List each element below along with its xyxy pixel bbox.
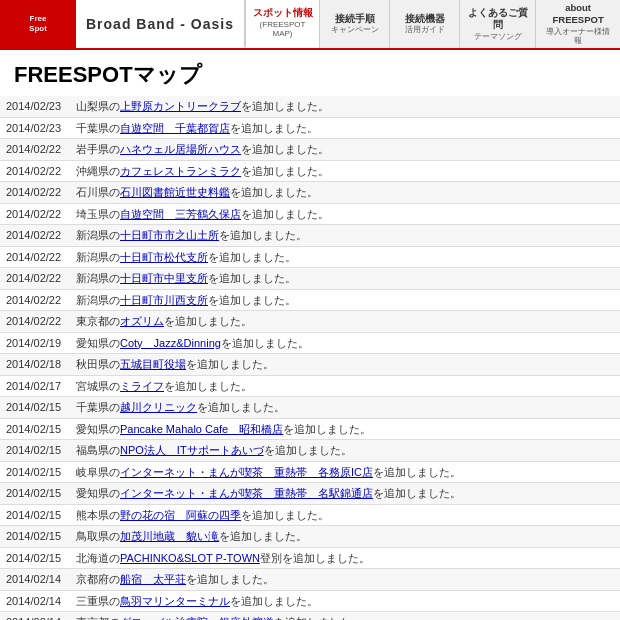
table-row: 2014/02/22東京都のオズリムを追加しました。 [0,311,620,333]
entry-link[interactable]: 石川図書館近世史料鑑 [120,186,230,198]
table-row: 2014/02/22沖縄県のカフェレストランミラクを追加しました。 [0,160,620,182]
content-cell: 沖縄県のカフェレストランミラクを追加しました。 [70,160,620,182]
entry-link[interactable]: Pancake Mahalo Cafe 昭和橋店 [120,423,283,435]
logo-area: FreeSpot [0,0,76,48]
entry-suffix: を追加しました。 [197,401,285,413]
table-row: 2014/02/15鳥取県の加茂川地蔵 貌い滝を追加しました。 [0,526,620,548]
entry-suffix: を追加しました。 [241,143,329,155]
page-title: FREESPOTマップ [0,50,620,96]
entry-link[interactable]: PACHINKO&SLOT P-TOWN [120,552,260,564]
date-cell: 2014/02/22 [0,225,70,247]
date-cell: 2014/02/22 [0,182,70,204]
nav-item-0[interactable]: スポット情報(FREESPOT MAP) [245,0,319,48]
entry-prefix: 三重県の [76,595,120,607]
content-cell: 千葉県の自遊空間 千葉都賀店を追加しました。 [70,117,620,139]
date-cell: 2014/02/15 [0,483,70,505]
nav-item-1[interactable]: 接続手順キャンペーン [319,0,389,48]
nav-item-bottom-3: テーマソング [474,32,522,42]
entry-prefix: 沖縄県の [76,165,120,177]
entry-link[interactable]: 野の花の宿 阿蘇の四季 [120,509,241,521]
entry-suffix: を追加しました。 [221,337,309,349]
date-cell: 2014/02/15 [0,504,70,526]
content-cell: 石川県の石川図書館近世史料鑑を追加しました。 [70,182,620,204]
entry-link[interactable]: 越川クリニック [120,401,197,413]
entry-link[interactable]: グローバル治療院 銀座外擦道 [120,616,274,620]
content-cell: 愛知県のCoty Jazz&Dinningを追加しました。 [70,332,620,354]
freespot-logo-text: FreeSpot [29,14,47,33]
entry-prefix: 新潟県の [76,272,120,284]
entry-suffix: を追加しました。 [164,380,252,392]
nav-item-top-2: 接続機器 [405,13,445,25]
entry-prefix: 鳥取県の [76,530,120,542]
content-cell: 愛知県のインターネット・まんが喫茶 重熱帯 名駅錦通店を追加しました。 [70,483,620,505]
content-cell: 千葉県の越川クリニックを追加しました。 [70,397,620,419]
date-cell: 2014/02/22 [0,139,70,161]
entry-prefix: 愛知県の [76,337,120,349]
nav-item-bottom-0: (FREESPOT MAP) [252,20,313,39]
table-row: 2014/02/22岩手県のハネウェル居場所ハウスを追加しました。 [0,139,620,161]
entry-prefix: 石川県の [76,186,120,198]
entry-link[interactable]: 十日町市松代支所 [120,251,208,263]
table-row: 2014/02/15熊本県の野の花の宿 阿蘇の四季を追加しました。 [0,504,620,526]
entry-link[interactable]: 自遊空間 千葉都賀店 [120,122,230,134]
entry-suffix: を追加しました。 [230,595,318,607]
entry-suffix: 登別を追加しました。 [260,552,370,564]
nav-area: スポット情報(FREESPOT MAP)接続手順キャンペーン接続機器活用ガイドよ… [245,0,620,48]
entry-suffix: を追加しました。 [373,487,461,499]
nav-item-4[interactable]: about FREESPOT導入オーナー様情報 [535,0,620,48]
content-cell: 新潟県の十日町市中里支所を追加しました。 [70,268,620,290]
entry-link[interactable]: 自遊空間 三芳鶴久保店 [120,208,241,220]
table-row: 2014/02/15北海道のPACHINKO&SLOT P-TOWN登別を追加し… [0,547,620,569]
entry-link[interactable]: 船宿 太平荘 [120,573,186,585]
entry-link[interactable]: 加茂川地蔵 貌い滝 [120,530,219,542]
date-cell: 2014/02/15 [0,440,70,462]
entry-link[interactable]: Coty Jazz&Dinning [120,337,221,349]
entry-link[interactable]: 上野原カントリークラブ [120,100,241,112]
content-cell: 三重県の鳥羽マリンターミナルを追加しました。 [70,590,620,612]
entry-prefix: 熊本県の [76,509,120,521]
entry-link[interactable]: NPO法人 ITサポートあいづ [120,444,264,456]
entry-suffix: を追加しました。 [208,294,296,306]
entry-link[interactable]: 鳥羽マリンターミナル [120,595,230,607]
entry-prefix: 新潟県の [76,229,120,241]
entry-suffix: を追加しました。 [241,165,329,177]
header: FreeSpot Broad Band - Oasis スポット情報(FREES… [0,0,620,50]
date-cell: 2014/02/15 [0,418,70,440]
entry-prefix: 岩手県の [76,143,120,155]
entry-suffix: を追加しました。 [219,229,307,241]
nav-item-3[interactable]: よくあるご質問テーマソング [459,0,535,48]
entry-suffix: を追加しました。 [219,530,307,542]
entry-link[interactable]: インターネット・まんが喫茶 重熱帯 名駅錦通店 [120,487,373,499]
entry-link[interactable]: ハネウェル居場所ハウス [120,143,241,155]
entry-prefix: 東京都の [76,315,120,327]
entry-link[interactable]: ミライフ [120,380,164,392]
table-row: 2014/02/22新潟県の十日町市川西支所を追加しました。 [0,289,620,311]
entry-prefix: 福島県の [76,444,120,456]
content-cell: 京都府の船宿 太平荘を追加しました。 [70,569,620,591]
entry-suffix: を追加しました。 [230,186,318,198]
table-row: 2014/02/22埼玉県の自遊空間 三芳鶴久保店を追加しました。 [0,203,620,225]
entry-link[interactable]: 十日町市川西支所 [120,294,208,306]
entry-link[interactable]: 五城目町役場 [120,358,186,370]
entry-prefix: 千葉県の [76,122,120,134]
entry-link[interactable]: オズリム [120,315,164,327]
entry-link[interactable]: カフェレストランミラク [120,165,241,177]
content-cell: 愛知県のPancake Mahalo Cafe 昭和橋店を追加しました。 [70,418,620,440]
entry-suffix: を追加しました。 [241,509,329,521]
content-cell: 東京都のグローバル治療院 銀座外擦道を追加しました。 [70,612,620,621]
entry-link[interactable]: 十日町市中里支所 [120,272,208,284]
entry-prefix: 東京都の [76,616,120,620]
entry-suffix: を追加しました。 [283,423,371,435]
entry-link[interactable]: インターネット・まんが喫茶 重熱帯 各務原IC店 [120,466,373,478]
table-row: 2014/02/15福島県のNPO法人 ITサポートあいづを追加しました。 [0,440,620,462]
table-row: 2014/02/22石川県の石川図書館近世史料鑑を追加しました。 [0,182,620,204]
table-row: 2014/02/18秋田県の五城目町役場を追加しました。 [0,354,620,376]
nav-item-2[interactable]: 接続機器活用ガイド [389,0,459,48]
content-cell: 北海道のPACHINKO&SLOT P-TOWN登別を追加しました。 [70,547,620,569]
date-cell: 2014/02/14 [0,590,70,612]
table-row: 2014/02/15千葉県の越川クリニックを追加しました。 [0,397,620,419]
entry-link[interactable]: 十日町市市之山土所 [120,229,219,241]
table-row: 2014/02/19愛知県のCoty Jazz&Dinningを追加しました。 [0,332,620,354]
brand-area: Broad Band - Oasis [76,0,245,48]
nav-item-bottom-4: 導入オーナー様情報 [542,27,614,46]
